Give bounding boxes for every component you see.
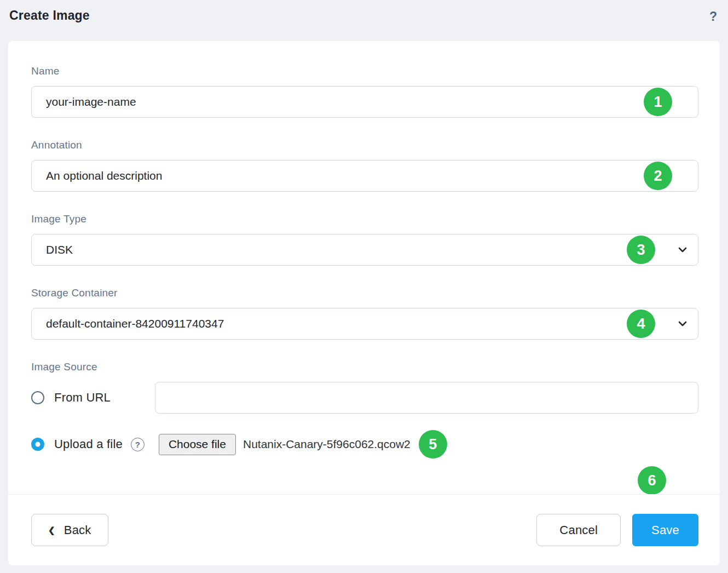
chevron-down-icon [678,247,687,253]
upload-file-label: Upload a file [54,437,123,451]
storage-container-label: Storage Container [31,287,698,299]
cancel-button[interactable]: Cancel [536,514,621,546]
back-button[interactable]: ❮ Back [31,514,108,546]
create-image-card: Name 1 Annotation 2 Image Type DISK 3 [8,41,720,565]
annotation-label: Annotation [31,139,698,151]
upload-file-radio[interactable] [31,438,44,451]
save-button[interactable]: Save [632,514,698,546]
image-type-field-group: Image Type DISK 3 [31,213,698,266]
name-input[interactable] [31,86,698,118]
back-button-label: Back [64,523,91,537]
storage-container-field-group: Storage Container default-container-8420… [31,287,698,340]
storage-container-select[interactable]: default-container-84200911740347 [31,308,698,340]
image-type-value: DISK [46,243,73,256]
upload-help-icon[interactable]: ? [131,438,145,451]
image-type-select[interactable]: DISK [31,234,698,266]
url-input[interactable] [155,382,698,414]
upload-file-row: Upload a file ? Choose file Nutanix-Cana… [31,430,698,459]
from-url-radio[interactable] [31,391,44,404]
image-source-section: Image Source From URL Upload a file ? Ch… [31,361,698,459]
step-badge-4: 4 [627,310,655,338]
step-badge-3: 3 [627,236,655,264]
name-label: Name [31,65,698,77]
image-source-label: Image Source [31,361,698,373]
step-badge-1: 1 [644,88,672,116]
help-icon[interactable]: ? [709,8,717,25]
chevron-left-icon: ❮ [48,525,55,535]
dialog-header: Create Image ? [0,0,728,25]
from-url-row: From URL [31,382,698,414]
annotation-input[interactable] [31,160,698,192]
dialog-footer: ❮ Back Cancel Save [8,494,720,565]
from-url-label: From URL [54,391,155,405]
name-field-group: Name 1 [31,65,698,118]
image-type-label: Image Type [31,213,698,225]
page-title: Create Image [9,8,90,23]
choose-file-button[interactable]: Choose file [159,434,236,455]
chevron-down-icon [678,321,687,326]
step-badge-5: 5 [419,430,447,459]
storage-container-value: default-container-84200911740347 [46,317,224,330]
step-badge-2: 2 [644,162,672,190]
step-badge-6: 6 [638,466,666,495]
annotation-field-group: Annotation 2 [31,139,698,192]
selected-file-name: Nutanix-Canary-5f96c062.qcow2 [243,438,411,451]
